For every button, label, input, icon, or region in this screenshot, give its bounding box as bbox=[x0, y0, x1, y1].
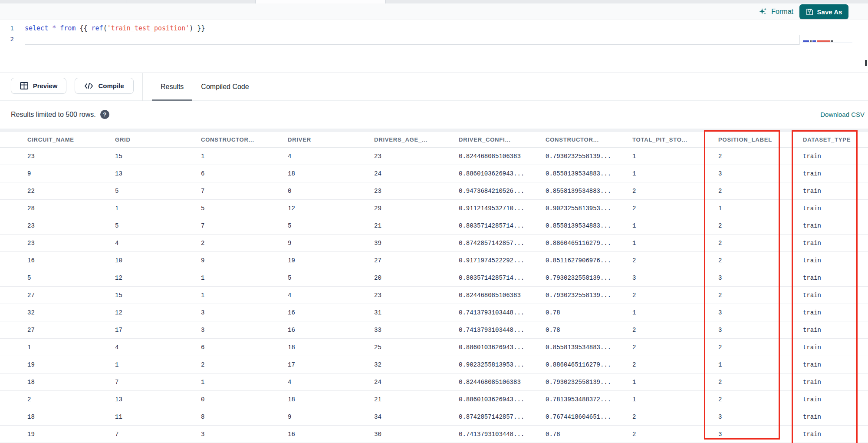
table-cell: 18 bbox=[27, 408, 115, 425]
table-cell: 9 bbox=[288, 235, 374, 251]
help-icon[interactable]: ? bbox=[100, 110, 109, 119]
table-cell: 0.7674418604651... bbox=[546, 408, 632, 425]
table-row: 913618240.8860103626943...0.855813953488… bbox=[0, 165, 868, 182]
column-header: DRIVERS_AGE_... bbox=[374, 132, 459, 147]
code-token bbox=[48, 24, 52, 32]
table-cell: 20 bbox=[374, 269, 459, 286]
table-cell: train bbox=[803, 356, 868, 373]
table-cell: 15 bbox=[115, 287, 201, 304]
tab-results-label: Results bbox=[161, 83, 184, 91]
table-cell: 23 bbox=[27, 235, 115, 251]
table-cell: train bbox=[803, 148, 868, 165]
table-cell: 27 bbox=[374, 252, 459, 269]
format-label: Format bbox=[771, 8, 793, 16]
compile-button[interactable]: Compile bbox=[75, 78, 134, 94]
table-cell: train bbox=[803, 217, 868, 234]
download-csv-link[interactable]: Download CSV bbox=[820, 111, 865, 118]
save-icon bbox=[806, 8, 813, 16]
table-cell: 0.8035714285714... bbox=[459, 217, 546, 234]
tab-compiled-code[interactable]: Compiled Code bbox=[192, 73, 257, 101]
table-cell: 3 bbox=[718, 269, 803, 286]
save-as-button[interactable]: Save As bbox=[799, 4, 848, 19]
tab-divider bbox=[126, 0, 126, 3]
table-cell: train bbox=[803, 269, 868, 286]
table-cell: train bbox=[803, 339, 868, 356]
table-cell: train bbox=[803, 165, 868, 182]
column-header: DRIVER_CONFI... bbox=[459, 132, 546, 147]
tab-compiled-code-label: Compiled Code bbox=[201, 83, 249, 91]
table-cell: 27 bbox=[27, 321, 115, 338]
table-cell: 1 bbox=[115, 200, 201, 217]
ide-window: Format Save As 1 2 select * from {{ ref(… bbox=[0, 0, 868, 443]
preview-button[interactable]: Preview bbox=[11, 78, 66, 94]
table-cell: 24 bbox=[374, 165, 459, 182]
table-cell: 18 bbox=[288, 165, 374, 182]
table-cell: 5 bbox=[201, 200, 288, 217]
table-cell: 0.7930232558139... bbox=[546, 148, 632, 165]
line-number-gutter: 1 2 bbox=[0, 23, 17, 45]
code-token bbox=[56, 24, 60, 32]
active-file-tab[interactable] bbox=[255, 0, 385, 3]
table-cell: 17 bbox=[115, 321, 201, 338]
table-cell: 4 bbox=[288, 374, 374, 390]
table-row: 181189340.8742857142857...0.767441860465… bbox=[0, 408, 868, 426]
results-tabs: Results Compiled Code bbox=[152, 73, 258, 101]
column-header: TOTAL_PIT_STO... bbox=[632, 132, 718, 147]
row-limit-text: Results limited to 500 rows. bbox=[11, 111, 96, 119]
table-cell: train bbox=[803, 321, 868, 338]
code-line-2-active[interactable] bbox=[25, 35, 800, 45]
table-cell: 2 bbox=[632, 252, 718, 269]
table-cell: 0.824468085106383 bbox=[459, 148, 546, 165]
table-row: 1610919270.9171974522292...0.85116279069… bbox=[0, 252, 868, 269]
table-cell: 0.78 bbox=[546, 321, 632, 338]
table-cell: 4 bbox=[288, 148, 374, 165]
column-header: POSITION_LABEL bbox=[718, 132, 803, 147]
table-row: 281512290.9112149532710...0.902325581395… bbox=[0, 200, 868, 217]
table-cell: 1 bbox=[632, 235, 718, 251]
action-bar: Preview Compile Results Compiled Code bbox=[0, 73, 868, 101]
table-row: 23575210.8035714285714...0.8558139534883… bbox=[0, 217, 868, 235]
column-header: DATASET_TYPE bbox=[803, 132, 868, 147]
table-cell: 2 bbox=[718, 217, 803, 234]
table-cell: 2 bbox=[718, 339, 803, 356]
table-cell: 0.8742857142857... bbox=[459, 235, 546, 251]
column-header: DRIVER bbox=[288, 132, 374, 147]
table-cell: 2 bbox=[632, 200, 718, 217]
table-cell: 0.9112149532710... bbox=[459, 200, 546, 217]
table-cell: 3 bbox=[632, 269, 718, 286]
table-cell: 23 bbox=[374, 148, 459, 165]
table-cell: 1 bbox=[632, 304, 718, 321]
code-line-1[interactable]: select * from {{ ref('train_test_positio… bbox=[25, 23, 205, 34]
code-token: * bbox=[52, 24, 56, 32]
tab-divider bbox=[385, 0, 386, 3]
table-cell: 0.78 bbox=[546, 426, 632, 443]
table-cell: 31 bbox=[374, 304, 459, 321]
table-header-row: CIRCUIT_NAMEGRIDCONSTRUCTOR...DRIVERDRIV… bbox=[0, 132, 868, 148]
scrollbar-marker[interactable] bbox=[865, 60, 867, 66]
table-cell: 21 bbox=[374, 217, 459, 234]
format-button[interactable]: Format bbox=[759, 5, 793, 18]
tab-results[interactable]: Results bbox=[152, 73, 192, 101]
table-cell: 8 bbox=[201, 408, 288, 425]
table-cell: 9 bbox=[201, 252, 288, 269]
table-cell: 5 bbox=[115, 217, 201, 234]
table-icon bbox=[20, 82, 28, 89]
table-cell: 1 bbox=[201, 269, 288, 286]
table-cell: 0.7930232558139... bbox=[546, 269, 632, 286]
table-cell: 7 bbox=[115, 374, 201, 390]
table-cell: train bbox=[803, 374, 868, 390]
table-cell: 0.8558139534883... bbox=[546, 339, 632, 356]
table-row: 191217320.9023255813953...0.886046511627… bbox=[0, 356, 868, 374]
table-cell: 16 bbox=[27, 252, 115, 269]
line-number: 2 bbox=[0, 34, 17, 45]
table-cell: train bbox=[803, 426, 868, 443]
table-cell: 2 bbox=[718, 374, 803, 390]
table-cell: 0.8558139534883... bbox=[546, 182, 632, 199]
code-editor[interactable]: 1 2 select * from {{ ref('train_test_pos… bbox=[0, 20, 868, 73]
table-cell: 3 bbox=[201, 426, 288, 443]
line-number: 1 bbox=[0, 23, 17, 34]
table-cell: 32 bbox=[27, 304, 115, 321]
table-row: 23429390.8742857142857...0.8860465116279… bbox=[0, 235, 868, 252]
table-row: 14618250.8860103626943...0.8558139534883… bbox=[0, 339, 868, 356]
file-tab-bar bbox=[0, 0, 868, 3]
